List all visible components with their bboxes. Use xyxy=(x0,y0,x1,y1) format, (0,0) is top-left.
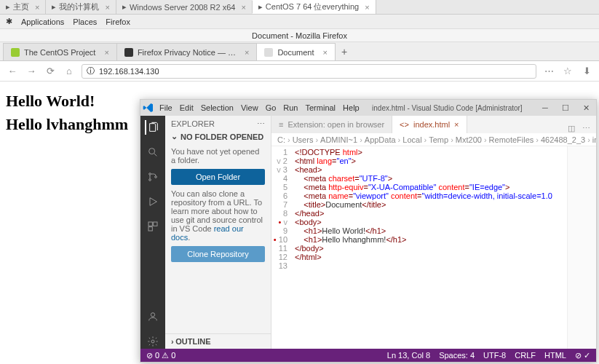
site-info-icon[interactable]: ⓘ xyxy=(87,66,95,76)
code-editor[interactable]: 1v 2v 345678• v 9• 10111213 <!DOCTYPE ht… xyxy=(271,146,596,349)
close-tab-icon[interactable]: × xyxy=(35,3,39,12)
firefox-toolbar: ← → ⟳ ⌂ ⓘ ⋯ ☆ ⬇ xyxy=(0,61,599,82)
editor-tab[interactable]: ≡Extension: open in browser xyxy=(271,116,392,133)
system-tab[interactable]: ▸我的计算机× xyxy=(46,0,116,14)
maximize-button[interactable]: ☐ xyxy=(555,100,576,116)
breadcrumb-item[interactable]: Users xyxy=(293,135,314,144)
sidebar-title: EXPLORER xyxy=(171,119,215,128)
minimize-button[interactable]: ─ xyxy=(535,100,555,116)
breadcrumb-item[interactable]: Local xyxy=(402,135,421,144)
breadcrumb-item[interactable]: ADMINI~1 xyxy=(320,135,357,144)
svg-point-2 xyxy=(149,179,151,181)
outline-section[interactable]: › OUTLINE xyxy=(165,333,271,349)
menu-applications[interactable]: Applications xyxy=(21,17,64,26)
system-tab[interactable]: ▸Windows Server 2008 R2 x64× xyxy=(116,1,253,13)
back-button[interactable]: ← xyxy=(6,65,19,78)
file-icon: <> xyxy=(400,120,409,129)
line-gutter: 1v 2v 345678• v 9• 10111213 xyxy=(271,146,292,349)
svg-point-3 xyxy=(155,176,157,178)
status-bar: ⊘ 0 ⚠ 0 Ln 13, Col 8 Spaces: 4 UTF-8 CRL… xyxy=(140,349,596,362)
breadcrumb-item[interactable]: C: xyxy=(277,135,285,144)
breadcrumb-item[interactable]: AppData xyxy=(365,135,396,144)
close-tab-icon[interactable]: × xyxy=(323,48,328,57)
clone-help-text: You can also clone a repository from a U… xyxy=(171,189,265,242)
bookmark-icon[interactable]: ☆ xyxy=(561,65,574,78)
system-tab-bar: ▸主页×▸我的计算机×▸Windows Server 2008 R2 x64×▸… xyxy=(0,0,599,15)
close-tab-icon[interactable]: × xyxy=(454,120,459,129)
split-editor-icon[interactable]: ◫ xyxy=(568,124,575,133)
status-indent[interactable]: Spaces: 4 xyxy=(439,351,475,360)
status-eol[interactable]: CRLF xyxy=(515,351,536,360)
favicon xyxy=(11,48,20,57)
status-cursor[interactable]: Ln 13, Col 8 xyxy=(387,351,430,360)
editor-tab-bar: ≡Extension: open in browser<>index.html×… xyxy=(271,116,596,133)
close-button[interactable]: ✕ xyxy=(576,100,596,116)
svg-point-0 xyxy=(149,149,155,154)
system-tab[interactable]: ▸主页× xyxy=(0,0,46,14)
page-actions-icon[interactable]: ⋯ xyxy=(542,65,555,78)
breadcrumb-item[interactable]: 462488_2_3 xyxy=(541,135,585,144)
breadcrumbs[interactable]: C:›Users›ADMINI~1›AppData›Local›Temp›Mxt… xyxy=(271,133,596,146)
search-icon[interactable] xyxy=(146,145,160,159)
reload-button[interactable]: ⟳ xyxy=(44,65,57,78)
url-bar[interactable]: ⓘ xyxy=(82,64,536,79)
browser-tab[interactable]: Document× xyxy=(256,43,336,60)
browser-tab[interactable]: The CentOS Project× xyxy=(3,43,117,60)
explorer-icon[interactable] xyxy=(145,120,159,135)
sidebar-more-icon[interactable]: ⋯ xyxy=(257,119,265,129)
menu-help[interactable]: Help xyxy=(343,103,360,112)
close-tab-icon[interactable]: × xyxy=(241,3,245,12)
editor-tab[interactable]: <>index.html× xyxy=(392,116,467,133)
vscode-window: FileEditSelectionViewGoRunTerminalHelp i… xyxy=(140,99,597,363)
file-icon: ≡ xyxy=(279,120,283,129)
minimap[interactable] xyxy=(567,146,596,349)
close-tab-icon[interactable]: × xyxy=(245,48,249,57)
run-debug-icon[interactable] xyxy=(146,194,160,209)
source-control-icon[interactable] xyxy=(146,170,160,184)
url-input[interactable] xyxy=(99,67,531,76)
forward-button[interactable]: → xyxy=(25,65,38,78)
sidebar-section-header[interactable]: ⌄ NO FOLDER OPENED xyxy=(165,132,271,141)
menu-edit[interactable]: Edit xyxy=(180,103,194,112)
breadcrumb-item[interactable]: RemoteFiles xyxy=(489,135,534,144)
menu-view[interactable]: View xyxy=(241,103,258,112)
svg-rect-5 xyxy=(154,222,157,226)
menu-places[interactable]: Places xyxy=(73,17,97,26)
browser-tab[interactable]: Firefox Privacy Notice — …× xyxy=(116,43,258,60)
home-button[interactable]: ⌂ xyxy=(63,65,76,78)
breadcrumb-item[interactable]: index.html xyxy=(592,135,596,144)
menu-file[interactable]: File xyxy=(159,103,172,112)
menu-firefox[interactable]: Firefox xyxy=(106,17,130,26)
vscode-titlebar[interactable]: FileEditSelectionViewGoRunTerminalHelp i… xyxy=(140,100,596,116)
breadcrumb-item[interactable]: Mxt200 xyxy=(456,135,482,144)
activity-bar xyxy=(140,116,165,349)
breadcrumb-item[interactable]: Temp xyxy=(429,135,448,144)
more-actions-icon[interactable]: ⋯ xyxy=(582,124,590,133)
menu-go[interactable]: Go xyxy=(266,103,277,112)
chevron-down-icon: ⌄ xyxy=(171,132,178,141)
close-tab-icon[interactable]: × xyxy=(365,3,369,12)
open-folder-button[interactable]: Open Folder xyxy=(171,169,265,185)
app-menu-icon: ✱ xyxy=(6,17,12,26)
status-problems[interactable]: ⊘ 0 ⚠ 0 xyxy=(146,351,175,360)
code-lines[interactable]: <!DOCTYPE html><html lang="en"><head> <m… xyxy=(292,146,567,349)
clone-repository-button[interactable]: Clone Repository xyxy=(171,246,265,262)
menu-terminal[interactable]: Terminal xyxy=(306,103,336,112)
downloads-icon[interactable]: ⬇ xyxy=(580,65,593,78)
account-icon[interactable] xyxy=(146,309,160,324)
new-tab-button[interactable]: + xyxy=(335,43,354,60)
svg-rect-6 xyxy=(148,227,152,231)
close-tab-icon[interactable]: × xyxy=(105,3,109,12)
settings-icon[interactable] xyxy=(146,334,160,349)
status-encoding[interactable]: UTF-8 xyxy=(483,351,506,360)
no-folder-message: You have not yet opened a folder. xyxy=(171,147,265,165)
status-feedback[interactable]: ⊘ ✓ xyxy=(575,351,590,360)
close-tab-icon[interactable]: × xyxy=(104,48,108,57)
system-tab[interactable]: ▸CentOS 7 64 位everything× xyxy=(253,0,376,14)
extensions-icon[interactable] xyxy=(146,219,160,234)
sidebar: EXPLORER ⋯ ⌄ NO FOLDER OPENED You have n… xyxy=(165,116,271,349)
menu-run[interactable]: Run xyxy=(283,103,298,112)
menu-selection[interactable]: Selection xyxy=(201,103,234,112)
status-language[interactable]: HTML xyxy=(544,351,566,360)
svg-point-1 xyxy=(149,173,151,175)
